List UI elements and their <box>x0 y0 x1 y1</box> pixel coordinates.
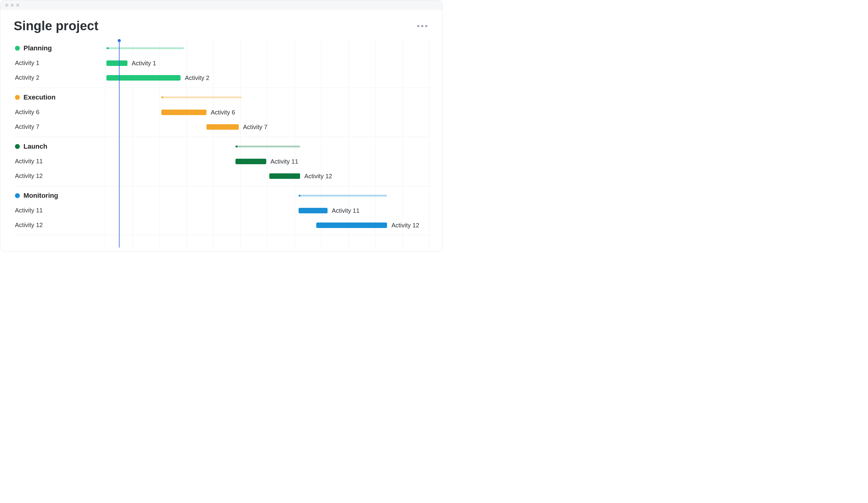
task-name: Activity 6 <box>15 109 39 116</box>
task-row[interactable]: Activity 7Activity 7 <box>14 120 429 134</box>
group-bar-area <box>106 41 429 56</box>
task-row[interactable]: Activity 12Activity 12 <box>14 169 429 183</box>
gantt-chart: PlanningActivity 1Activity 1Activity 2Ac… <box>14 41 429 248</box>
group-summary-bar[interactable] <box>236 145 300 148</box>
task-bar[interactable] <box>269 173 300 179</box>
task-bar-area: Activity 1 <box>106 56 429 70</box>
task-bar-area: Activity 2 <box>106 71 429 85</box>
gantt-rows: PlanningActivity 1Activity 1Activity 2Ac… <box>14 41 429 235</box>
task-bar[interactable] <box>299 208 328 213</box>
task-bar-label: Activity 6 <box>211 109 235 116</box>
task-row[interactable]: Activity 11Activity 11 <box>14 203 429 218</box>
task-bar-area: Activity 12 <box>106 218 429 232</box>
group-row[interactable]: Planning <box>14 41 429 56</box>
group-name: Launch <box>23 142 47 150</box>
task-bar[interactable] <box>106 60 127 66</box>
task-bar-area: Activity 11 <box>106 203 429 218</box>
more-menu-button[interactable] <box>415 23 429 29</box>
task-label: Activity 1 <box>15 60 106 67</box>
task-bar-label: Activity 11 <box>332 207 360 214</box>
task-row[interactable]: Activity 1Activity 1 <box>14 56 429 71</box>
today-indicator <box>119 41 120 248</box>
group-row[interactable]: Launch <box>14 139 429 154</box>
task-label: Activity 11 <box>15 158 106 165</box>
more-dot-icon <box>421 25 423 27</box>
task-bar[interactable] <box>316 222 388 228</box>
page-title: Single project <box>14 19 99 33</box>
group-bar-area <box>106 139 429 154</box>
task-bar[interactable] <box>106 75 180 81</box>
task-row[interactable]: Activity 2Activity 2 <box>14 71 429 85</box>
group-label: Planning <box>15 44 106 52</box>
group-color-dot-icon <box>15 95 20 100</box>
task-label: Activity 2 <box>15 74 106 81</box>
task-label: Activity 12 <box>15 172 106 180</box>
task-bar[interactable] <box>161 110 206 115</box>
group-label: Execution <box>15 93 106 101</box>
task-name: Activity 12 <box>15 172 43 180</box>
group-block: MonitoringActivity 11Activity 11Activity… <box>14 186 429 235</box>
task-label: Activity 6 <box>15 109 106 116</box>
task-bar-label: Activity 7 <box>243 123 268 130</box>
group-block: LaunchActivity 11Activity 11Activity 12A… <box>14 137 429 186</box>
task-label: Activity 7 <box>15 123 106 130</box>
task-label: Activity 11 <box>15 207 106 214</box>
more-dot-icon <box>425 25 427 27</box>
more-dot-icon <box>417 25 419 27</box>
content-area: Single project PlanningActivity 1Activit… <box>0 10 443 251</box>
task-bar-label: Activity 12 <box>391 222 419 229</box>
task-bar-area: Activity 11 <box>106 154 429 169</box>
window-dot-icon <box>5 4 8 7</box>
group-name: Planning <box>23 44 52 52</box>
group-color-dot-icon <box>15 144 20 149</box>
window-dot-icon <box>16 4 19 7</box>
today-indicator-dot-icon <box>118 39 121 42</box>
task-bar-label: Activity 2 <box>185 74 209 81</box>
task-row[interactable]: Activity 12Activity 12 <box>14 218 429 233</box>
group-bar-area <box>106 90 429 105</box>
app-window: Single project PlanningActivity 1Activit… <box>0 0 443 252</box>
group-label: Launch <box>15 142 106 150</box>
group-row[interactable]: Monitoring <box>14 188 429 203</box>
group-summary-bar[interactable] <box>106 47 184 49</box>
group-color-dot-icon <box>15 193 20 198</box>
task-name: Activity 11 <box>15 207 43 214</box>
task-bar-area: Activity 6 <box>106 105 429 119</box>
task-name: Activity 7 <box>15 123 39 130</box>
task-bar-label: Activity 11 <box>270 158 298 165</box>
group-label: Monitoring <box>15 192 106 200</box>
task-label: Activity 12 <box>15 222 106 229</box>
task-bar-area: Activity 7 <box>106 120 429 134</box>
task-name: Activity 2 <box>15 74 39 81</box>
group-name: Execution <box>23 93 55 101</box>
group-row[interactable]: Execution <box>14 90 429 105</box>
task-row[interactable]: Activity 11Activity 11 <box>14 154 429 169</box>
task-name: Activity 12 <box>15 222 43 229</box>
task-bar-area: Activity 12 <box>106 169 429 183</box>
group-block: PlanningActivity 1Activity 1Activity 2Ac… <box>14 41 429 88</box>
task-bar[interactable] <box>206 124 239 130</box>
header: Single project <box>14 19 429 33</box>
group-summary-bar[interactable] <box>161 97 242 98</box>
group-summary-bar[interactable] <box>299 195 388 197</box>
group-name: Monitoring <box>23 192 58 200</box>
group-block: ExecutionActivity 6Activity 6Activity 7A… <box>14 88 429 137</box>
task-name: Activity 1 <box>15 60 39 67</box>
task-bar-label: Activity 1 <box>132 60 156 67</box>
gridline <box>429 41 430 248</box>
window-titlebar <box>0 0 443 10</box>
task-bar-label: Activity 12 <box>304 172 332 180</box>
group-color-dot-icon <box>15 46 20 51</box>
group-bar-area <box>106 188 429 203</box>
task-name: Activity 11 <box>15 158 43 165</box>
task-row[interactable]: Activity 6Activity 6 <box>14 105 429 120</box>
task-bar[interactable] <box>236 159 266 164</box>
window-dot-icon <box>11 4 14 7</box>
